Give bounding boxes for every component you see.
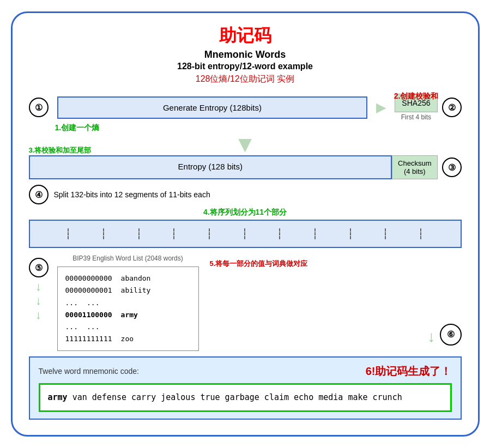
mnemonic-section: Twelve word mnemonic code: 6!助记码生成了！ arm…	[29, 356, 462, 420]
binary-1: 00000000000	[65, 273, 112, 284]
segment-7	[246, 228, 281, 239]
word-zoo: zoo	[121, 333, 134, 345]
word-dots2: ...	[87, 321, 99, 333]
word-army: army	[121, 309, 138, 321]
binary-2: 00000000001	[65, 284, 112, 296]
step5-circle: ⑤	[29, 258, 49, 277]
step5-down-arrow: ↓	[428, 328, 435, 346]
step4-circle: ④	[29, 185, 49, 204]
wordlist-box: 00000000000 abandon 00000000001 ability …	[57, 267, 199, 351]
word-1: abandon	[121, 273, 151, 284]
mnemonic-code-box: army van defense carry jealous true garb…	[39, 383, 452, 412]
arrow-right-1: ▶	[376, 100, 386, 115]
binary-dots2: ...	[65, 321, 78, 333]
segment-8	[281, 228, 316, 239]
bit-segments-container	[29, 220, 462, 248]
title-zh: 助记码	[29, 24, 462, 48]
step6-circle: ⑥	[440, 324, 462, 346]
step1-circle: ①	[29, 98, 49, 117]
step5-arrow1: ↓	[35, 280, 41, 294]
step5-arrow3: ↓	[35, 308, 41, 322]
segment-10	[352, 228, 386, 239]
step1-entropy-box: Generate Entropy (128bits)	[57, 96, 368, 119]
step3-entropy-box: Entropy (128 bits)	[29, 155, 392, 179]
word-2: ability	[121, 284, 151, 296]
wordlist-entry-dots2: ... ...	[65, 321, 191, 333]
main-container: 助记码 Mnemonic Words 128-bit entropy/12-wo…	[11, 11, 480, 437]
segment-12	[422, 228, 456, 239]
step5-annotation: 5.将每一部分的值与词典做对应	[210, 259, 462, 269]
wordlist-title: BIP39 English Word List (2048 words)	[57, 255, 199, 262]
checksum-box: Checksum (4 bits)	[392, 155, 437, 179]
step4-row: ④ Split 132-bits into 12 segments of 11-…	[29, 185, 462, 204]
first4bits-label: First 4 bits	[401, 113, 431, 121]
segment-5	[176, 228, 210, 239]
binary-army: 00001100000	[65, 309, 112, 321]
binary-dots1: ...	[65, 297, 78, 309]
segment-11	[387, 228, 421, 239]
big-arrow-down-1: ▼	[234, 136, 257, 152]
segment-9	[317, 228, 351, 239]
word-dots1: ...	[87, 297, 99, 309]
wordlist-entry-dots1: ... ...	[65, 297, 191, 309]
wordlist-entry-army: 00001100000 army	[65, 309, 191, 321]
subtitle-en: 128-bit entropy/12-word example	[29, 62, 462, 71]
subtitle-zh: 128位熵/12位助记词 实例	[29, 74, 462, 85]
wordlist-entry-2: 00000000001 ability	[65, 284, 191, 296]
binary-zoo: 11111111111	[65, 333, 112, 345]
step3-circle: ③	[442, 158, 462, 177]
mnemonic-label: Twelve word mnemonic code:	[39, 367, 139, 376]
wordlist-container: BIP39 English Word List (2048 words) 000…	[57, 255, 199, 351]
wordlist-entry-zoo: 11111111111 zoo	[65, 333, 191, 345]
step5-arrow2: ↓	[35, 294, 41, 308]
segment-1	[35, 228, 69, 239]
segment-4	[141, 228, 175, 239]
step2-circle: ②	[442, 98, 462, 117]
step6-annotation: 6!助记码生成了！	[366, 364, 452, 379]
segment-3	[105, 228, 140, 239]
step1-annotation: 1.创建一个熵	[55, 123, 462, 133]
step4-text: Split 132-bits into 12 segments of 11-bi…	[54, 190, 210, 199]
mnemonic-header-row: Twelve word mnemonic code: 6!助记码生成了！	[39, 364, 452, 379]
segment-6	[211, 228, 245, 239]
mnemonic-bold-word: army	[48, 392, 68, 402]
wordlist-entry-1: 00000000000 abandon	[65, 273, 191, 284]
title-en: Mnemonic Words	[29, 49, 462, 60]
segment-2	[70, 228, 104, 239]
mnemonic-rest: van defense carry jealous true garbage c…	[68, 392, 402, 402]
step2-annotation: 2.创建校验和	[394, 92, 439, 101]
step3-annotation: 3.将校验和加至尾部	[29, 146, 92, 155]
step4-annotation: 4.将序列划分为11个部分	[29, 208, 462, 217]
